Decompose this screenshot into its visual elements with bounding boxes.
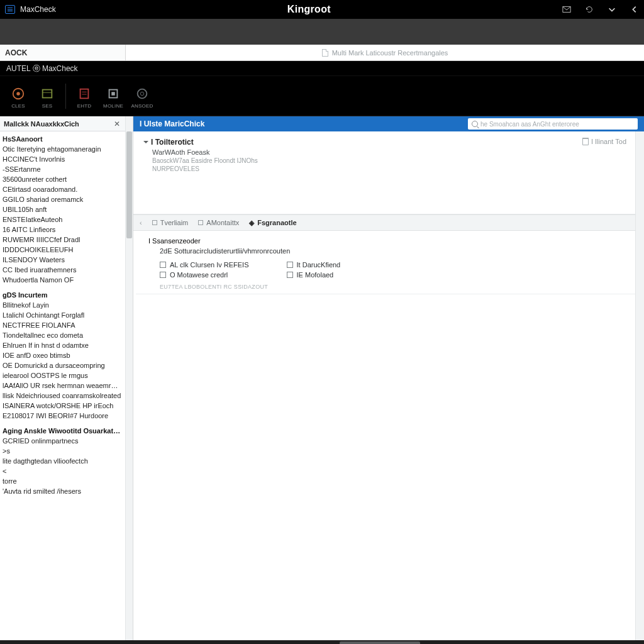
tree-item[interactable]: torre	[1, 476, 123, 486]
menu-icon[interactable]	[5, 5, 15, 14]
property-row[interactable]: IE Mofolaed	[287, 271, 341, 279]
close-icon[interactable]: ✕	[113, 119, 121, 128]
svg-rect-9	[111, 92, 115, 96]
tree-item[interactable]: lite dagthgtedan vllioofectch	[1, 456, 123, 466]
tree-item[interactable]: IOE anfD oxeo btimsb	[1, 350, 123, 360]
search-icon	[472, 121, 478, 127]
tab-aock[interactable]: AOCK	[0, 45, 126, 60]
property-row[interactable]: O Motawese credrl	[160, 271, 249, 279]
banner	[0, 19, 644, 45]
tree-item[interactable]: HCCINEC't Invorlnis	[1, 154, 123, 164]
props-mid: EU7TEA LBOBOLENTI RC SSIDAZOUT	[160, 284, 626, 290]
property-row[interactable]: It DarucKfiend	[287, 261, 341, 269]
sidebar: Mallckk NAuaxkkxCich ✕ HsSAanoortOtic It…	[0, 116, 133, 640]
sidebar-header: Mallckk NAuaxkkxCich ✕	[0, 116, 125, 131]
card-meta-1: BaosckW7aa Easidre Floondt IJNOhs	[152, 157, 626, 164]
svg-point-11	[140, 92, 144, 96]
svg-point-2	[16, 92, 20, 96]
document-icon	[322, 49, 328, 57]
svg-point-10	[138, 89, 147, 98]
card-toolbar[interactable]: I Ilinant Tod	[582, 138, 626, 145]
tree-item[interactable]: Whudoertla Namon OF	[1, 275, 123, 285]
tree-item[interactable]: ILSENDOY Waeters	[1, 255, 123, 265]
breadcrumb-item[interactable]: Tverliaim	[152, 219, 189, 226]
tree-item[interactable]: CEtirtasd ooaradomand.	[1, 184, 123, 194]
footer-bar	[0, 640, 644, 644]
tree-item[interactable]: lAAfAllO UR rsek hermnan weaemreadton	[1, 380, 123, 391]
checkbox-icon	[287, 262, 293, 268]
props-desc: 2dE Sotturacircludisterurtlii/vhmronrcou…	[160, 247, 626, 255]
search-input[interactable]: he Smoahcan aas AnGht enteroree	[468, 118, 638, 130]
tree-item[interactable]: UBIL105h anft	[1, 204, 123, 214]
footer-scroll-thumb[interactable]	[340, 641, 420, 644]
properties-panel: I Ssansenzeoder 2dE Sotturacircludisteru…	[133, 231, 635, 299]
ribbon-btn-4[interactable]: MOLINE	[99, 84, 128, 109]
content-title: I Ulste MaricChick	[140, 119, 204, 128]
property-row[interactable]: AL clk CIursen Iv REFEIS	[160, 261, 249, 269]
tree-item[interactable]: >s	[1, 446, 123, 456]
checkbox-icon	[160, 272, 166, 278]
tab-strip: AOCK Multi Mark Laticoustr Recertmangale…	[0, 45, 644, 61]
tree-item[interactable]: Ehlruen If in hnst d odamtxe	[1, 340, 123, 350]
app-title: Kingroot	[56, 4, 562, 15]
tree-item[interactable]: ISAINERA wotck/ORSHE HP irEoch	[1, 401, 123, 411]
tree-item[interactable]: -SSErtanrne	[1, 164, 123, 174]
ribbon-btn-3[interactable]: EHTD	[70, 84, 99, 109]
checkbox-icon	[160, 262, 166, 268]
tab-main[interactable]: Multi Mark Laticoustr Recertmangales	[126, 45, 644, 60]
tree-item[interactable]: Tiondeltallnec eco dometa	[1, 330, 123, 340]
refresh-icon[interactable]	[585, 5, 594, 14]
tree-item[interactable]: NECTFREE FIOLANFA	[1, 320, 123, 330]
tree-item[interactable]: OE Domurickd a dursaceompring	[1, 360, 123, 370]
window-tab-title: MaxCheck	[20, 5, 56, 14]
ribbon-btn-5[interactable]: ANSOED	[128, 84, 157, 109]
sidebar-tree: HsSAanoortOtic Iteretying ehtagomaneragi…	[0, 131, 125, 502]
ribbon-toolbar: CLES SES EHTD MOLINE ANSOED	[0, 76, 644, 116]
tree-item[interactable]: GGILO shariad oremamck	[1, 194, 123, 204]
chevron-down-icon[interactable]	[608, 5, 616, 14]
tree-item[interactable]: Bllitnekof Layin	[1, 300, 123, 310]
tree-item[interactable]: E2108017 IWI BEORI#7 Hurdoore	[1, 411, 123, 421]
tree-item[interactable]: IDDDCHOIKELEEUFH	[1, 245, 123, 255]
checkbox-icon	[287, 272, 293, 278]
breadcrumb: ‹ Tverliaim AMontaittx ◈Fsgranaotle	[133, 214, 635, 231]
svg-rect-5	[80, 89, 89, 98]
tree-item[interactable]: <	[1, 466, 123, 476]
tree-item[interactable]: Ltalichl Ochintangt Forglafl	[1, 310, 123, 320]
card-title: I Toilterotict	[151, 138, 194, 147]
tree-item[interactable]: 35600unreter cothert	[1, 174, 123, 184]
expand-icon[interactable]	[143, 141, 148, 143]
tree-item[interactable]: GCRIED onlinmpartnecs	[1, 436, 123, 446]
sidebar-title: Mallckk NAuaxkkxCich	[4, 120, 113, 128]
tree-group-heading[interactable]: HsSAanoort	[1, 134, 123, 144]
tree-item[interactable]: llisk Ndeichrioused coanramskolreated	[1, 391, 123, 401]
sidebar-scrollbar[interactable]	[125, 116, 133, 640]
tree-item[interactable]: ENSTEIatkeAuteoh	[1, 214, 123, 225]
chevron-left-icon[interactable]: ‹	[140, 219, 142, 226]
breadcrumb-item-active[interactable]: ◈Fsgranaotle	[249, 219, 296, 227]
card-subtitle: WarWAoth Foeask	[152, 148, 626, 156]
svg-rect-3	[43, 89, 52, 97]
item-card: I Ilinant Tod I Toilterotict WarWAoth Fo…	[133, 131, 635, 214]
ribbon-btn-1[interactable]: CLES	[4, 84, 33, 109]
tree-item[interactable]: CC Ibed iruarathemners	[1, 265, 123, 275]
content-scrollbar[interactable]	[635, 131, 644, 640]
chevron-left-icon[interactable]	[630, 5, 639, 14]
tree-item[interactable]: ielearool OOSTPS le rmgus	[1, 370, 123, 380]
tree-item[interactable]: RUWEMR IIIICCfef Dradl	[1, 235, 123, 245]
card-meta-2: NURPEOVELES	[152, 165, 626, 172]
ribbon-btn-2[interactable]: SES	[33, 84, 62, 109]
tree-group-heading[interactable]: Aging Anskle Wiwootitd Osuarkatuterl	[1, 426, 123, 436]
tree-item[interactable]: 'Auvta rid smilted /ihesers	[1, 486, 123, 496]
tree-item[interactable]: Otic Iteretying ehtagomaneragin	[1, 144, 123, 154]
brand-line: AUTEL ⓔ MaxCheck	[0, 61, 644, 76]
mail-icon[interactable]	[562, 5, 571, 14]
title-bar: MaxCheck Kingroot	[0, 0, 644, 19]
props-title: I Ssansenzeoder	[148, 237, 201, 245]
tree-group-heading[interactable]: gDS Incurtem	[1, 290, 123, 300]
breadcrumb-item[interactable]: AMontaittx	[198, 219, 239, 226]
tab-main-label: Multi Mark Laticoustr Recertmangales	[332, 49, 448, 57]
tree-item[interactable]: 16 AITC Linfieors	[1, 225, 123, 235]
scrollbar-thumb[interactable]	[126, 131, 132, 238]
search-placeholder: he Smoahcan aas AnGht enteroree	[480, 121, 579, 128]
